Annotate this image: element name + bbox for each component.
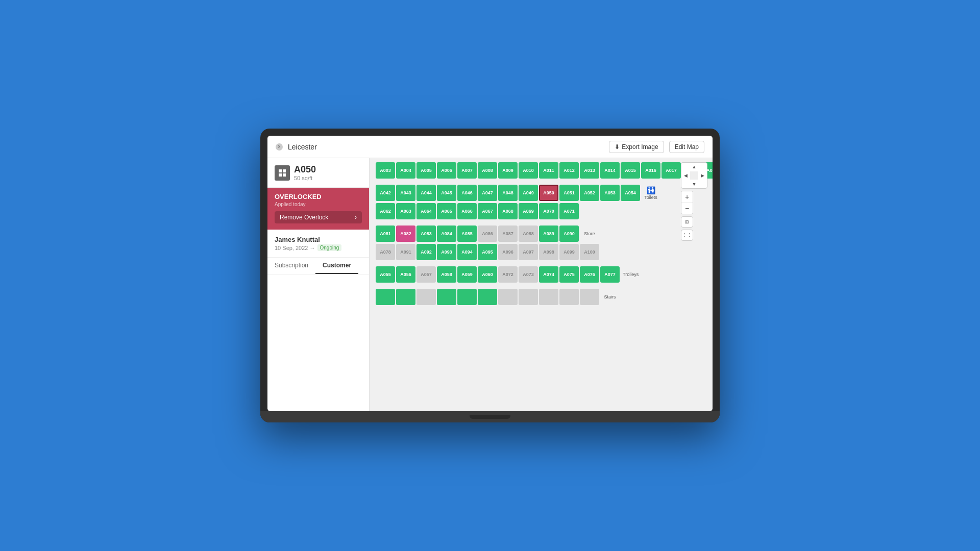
remove-overlock-button[interactable]: Remove Overlock › (275, 211, 362, 223)
cell-A046[interactable]: A046 (457, 185, 477, 201)
cell-last-9[interactable] (539, 289, 558, 305)
cell-A054[interactable]: A054 (621, 185, 640, 201)
cell-A087[interactable]: A087 (498, 226, 518, 242)
cell-A067[interactable]: A067 (478, 203, 497, 219)
cell-A083[interactable]: A083 (416, 226, 436, 242)
cell-A048[interactable]: A048 (498, 185, 518, 201)
cell-A093[interactable]: A093 (437, 244, 456, 260)
cell-A069[interactable]: A069 (519, 203, 538, 219)
stall-size: 50 sq/ft (294, 175, 316, 181)
cell-A089[interactable]: A089 (539, 226, 558, 242)
cell-last-11[interactable] (580, 289, 599, 305)
cell-A090[interactable]: A090 (559, 226, 579, 242)
cell-A052[interactable]: A052 (580, 185, 599, 201)
cell-A051[interactable]: A051 (559, 185, 579, 201)
cell-A064[interactable]: A064 (416, 203, 436, 219)
nav-down-button[interactable]: ▼ (690, 180, 699, 188)
cell-A016[interactable]: A016 (641, 162, 660, 179)
cell-A006[interactable]: A006 (437, 162, 456, 179)
cell-A085[interactable]: A085 (457, 226, 477, 242)
cell-A005[interactable]: A005 (416, 162, 436, 179)
cell-A055[interactable]: A055 (376, 266, 395, 283)
cell-A095[interactable]: A095 (478, 244, 497, 260)
chevron-right-icon: › (355, 214, 357, 221)
cell-A017[interactable]: A017 (662, 162, 681, 179)
cell-A070[interactable]: A070 (539, 203, 558, 219)
cell-A053[interactable]: A053 (600, 185, 620, 201)
cell-last-5[interactable] (457, 289, 477, 305)
edit-map-button[interactable]: Edit Map (669, 141, 704, 153)
cell-A009[interactable]: A009 (498, 162, 518, 179)
cell-A078[interactable]: A078 (376, 244, 395, 260)
cell-A011[interactable]: A011 (539, 162, 558, 179)
cell-A010[interactable]: A010 (519, 162, 538, 179)
cell-A096[interactable]: A096 (498, 244, 518, 260)
nav-up-button[interactable]: ▲ (690, 163, 699, 171)
list-view-button[interactable]: ⋮⋮ (681, 230, 693, 241)
cell-A050-selected[interactable]: A050 (539, 185, 558, 201)
nav-right-button[interactable]: ▶ (698, 171, 707, 180)
cell-A065[interactable]: A065 (437, 203, 456, 219)
cell-A007[interactable]: A007 (457, 162, 477, 179)
cell-A057[interactable]: A057 (416, 266, 436, 283)
cell-A047[interactable]: A047 (478, 185, 497, 201)
cell-A086[interactable]: A086 (478, 226, 497, 242)
cell-A058[interactable]: A058 (437, 266, 456, 283)
tab-customer[interactable]: Customer (315, 258, 358, 274)
nav-left-button[interactable]: ◀ (681, 171, 690, 180)
cell-A068[interactable]: A068 (498, 203, 518, 219)
cell-A082[interactable]: A082 (396, 226, 415, 242)
cell-A088[interactable]: A088 (519, 226, 538, 242)
cell-A060[interactable]: A060 (478, 266, 497, 283)
cell-A059[interactable]: A059 (457, 266, 477, 283)
cell-last-2[interactable] (396, 289, 415, 305)
cell-A077[interactable]: A077 (600, 266, 620, 283)
cell-A100[interactable]: A100 (580, 244, 599, 260)
cell-last-6[interactable] (478, 289, 497, 305)
cell-A072[interactable]: A072 (498, 266, 518, 283)
cell-A015[interactable]: A015 (621, 162, 640, 179)
zoom-in-button[interactable]: + (681, 191, 693, 203)
cell-last-1[interactable] (376, 289, 395, 305)
cell-A076[interactable]: A076 (580, 266, 599, 283)
cell-A045[interactable]: A045 (437, 185, 456, 201)
tab-subscription[interactable]: Subscription (267, 258, 315, 274)
cell-A008[interactable]: A008 (478, 162, 497, 179)
cell-A003[interactable]: A003 (376, 162, 395, 179)
cell-last-8[interactable] (519, 289, 538, 305)
cell-A014[interactable]: A014 (600, 162, 620, 179)
cell-A098[interactable]: A098 (539, 244, 558, 260)
cell-A084[interactable]: A084 (437, 226, 456, 242)
cell-A013[interactable]: A013 (580, 162, 599, 179)
cell-A004[interactable]: A004 (396, 162, 415, 179)
close-button[interactable]: × (276, 143, 283, 151)
cell-last-4[interactable] (437, 289, 456, 305)
cell-last-10[interactable] (559, 289, 579, 305)
cell-A081[interactable]: A081 (376, 226, 395, 242)
export-image-button[interactable]: ⬇ Export Image (609, 141, 664, 153)
grid-view-button[interactable]: ⊞ (681, 216, 693, 228)
cell-A062[interactable]: A062 (376, 203, 395, 219)
cell-A071[interactable]: A071 (559, 203, 579, 219)
cell-A092[interactable]: A092 (416, 244, 436, 260)
cell-A049[interactable]: A049 (519, 185, 538, 201)
cell-A099[interactable]: A099 (559, 244, 579, 260)
cell-A097[interactable]: A097 (519, 244, 538, 260)
cell-A012[interactable]: A012 (559, 162, 579, 179)
cell-A063[interactable]: A063 (396, 203, 415, 219)
zoom-out-button[interactable]: − (681, 203, 693, 214)
left-panel: A050 50 sq/ft OVERLOCKED Applied today R… (267, 158, 370, 411)
cell-A042[interactable]: A042 (376, 185, 395, 201)
cell-A094[interactable]: A094 (457, 244, 477, 260)
cell-A044[interactable]: A044 (416, 185, 436, 201)
map-area[interactable]: A003 A004 A005 A006 A007 A008 A009 A010 … (370, 158, 713, 411)
cell-A091[interactable]: A091 (396, 244, 415, 260)
cell-A075[interactable]: A075 (559, 266, 579, 283)
cell-A043[interactable]: A043 (396, 185, 415, 201)
cell-last-3[interactable] (416, 289, 436, 305)
cell-last-7[interactable] (498, 289, 518, 305)
cell-A066[interactable]: A066 (457, 203, 477, 219)
cell-A074[interactable]: A074 (539, 266, 558, 283)
cell-A073[interactable]: A073 (519, 266, 538, 283)
cell-A056[interactable]: A056 (396, 266, 415, 283)
